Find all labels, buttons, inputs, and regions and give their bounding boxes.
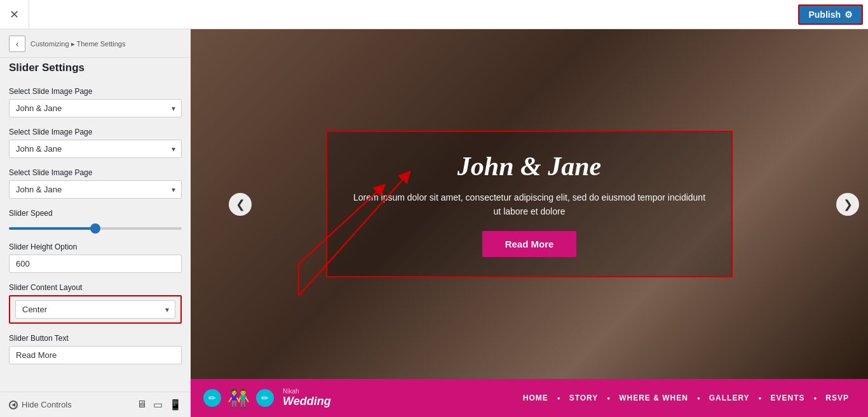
slider-speed-input[interactable] [9,227,182,230]
nav-items: HOME ● STORY ● WHERE & WHEN ● GALLERY ● … [517,391,855,405]
desktop-view-icon[interactable]: 🖥 [137,399,147,411]
field-slider-height: Slider Height Option [9,242,182,273]
brand-small: Nikah [283,388,331,395]
select-wrapper-layout: Center Left Right [15,300,175,319]
nav-brand: Nikah Wedding [283,388,331,408]
label-slider-height: Slider Height Option [9,242,182,251]
select-wrapper-2: John & Jane [9,140,182,158]
select-slide-page-1[interactable]: John & Jane [9,99,182,117]
nav-dot-2: ● [607,395,610,401]
hide-controls-icon: ◀ [9,400,18,409]
sidebar: ‹ Customizing ▸ Theme Settings Slider Se… [0,29,191,417]
sidebar-title: Slider Settings [0,58,191,81]
select-wrapper-1: John & Jane [9,99,182,117]
nav-logo: ✏ 👫 ✏ Nikah Wedding [203,388,331,409]
back-button[interactable]: ‹ [9,36,25,52]
field-slide-page-1: Select Slide Image Page John & Jane [9,87,182,117]
slider-next-button[interactable]: ❯ [836,193,859,216]
label-slide-page-3: Select Slide Image Page [9,168,182,177]
sidebar-footer: ◀ Hide Controls 🖥 ▭ 📱 [0,392,191,417]
field-slide-page-3: Select Slide Image Page John & Jane [9,168,182,199]
nav-gallery[interactable]: GALLERY [703,391,756,405]
select-slide-page-2[interactable]: John & Jane [9,140,182,158]
hero-background: ❮ John & Jane Lorem ipsum dolor sit amet… [191,29,868,379]
breadcrumb: Customizing ▸ Theme Settings [31,40,126,48]
slider-content-box: John & Jane Lorem ipsum dolor sit amet, … [326,131,733,278]
label-slide-page-2: Select Slide Image Page [9,128,182,136]
publish-button[interactable]: Publish ⚙ [798,4,863,25]
next-arrow-icon: ❯ [843,197,853,211]
field-slide-page-2: Select Slide Image Page John & Jane [9,128,182,158]
preview-area: ❮ John & Jane Lorem ipsum dolor sit amet… [191,29,868,417]
label-slider-button-text: Slider Button Text [9,334,182,343]
tablet-view-icon[interactable]: ▭ [153,399,163,411]
select-content-layout[interactable]: Center Left Right [15,300,175,319]
gear-icon: ⚙ [844,10,853,20]
select-wrapper-3: John & Jane [9,180,182,199]
nav-dot-1: ● [557,395,560,401]
mobile-view-icon[interactable]: 📱 [169,399,182,411]
read-more-button[interactable]: Read More [482,231,577,257]
field-slider-speed: Slider Speed [9,209,182,232]
slider-description: Lorem ipsum dolor sit amet, consectetur … [353,190,706,219]
sidebar-header: ‹ Customizing ▸ Theme Settings [0,29,191,58]
bottom-navbar: ✏ 👫 ✏ Nikah Wedding HOME ● STORY ● WHERE… [191,379,868,417]
slider-prev-button[interactable]: ❮ [229,193,252,216]
main-layout: ‹ Customizing ▸ Theme Settings Slider Se… [0,29,868,417]
label-slide-page-1: Select Slide Image Page [9,87,182,96]
slider-title: John & Jane [353,151,706,182]
view-icons: 🖥 ▭ 📱 [137,399,182,411]
nav-story[interactable]: STORY [563,391,605,405]
logo-edit-icon-1[interactable]: ✏ [203,389,221,407]
nav-dot-5: ● [813,395,817,401]
logo-couple-icon: 👫 [227,388,250,409]
nav-events[interactable]: EVENTS [764,391,811,405]
sidebar-content: Select Slide Image Page John & Jane Sele… [0,81,191,392]
publish-label: Publish [808,10,841,20]
nav-where-when[interactable]: WHERE & WHEN [613,391,695,405]
nav-dot-3: ● [697,395,700,401]
hide-controls-button[interactable]: ◀ Hide Controls [9,400,72,409]
label-slider-speed: Slider Speed [9,209,182,218]
close-button[interactable]: ✕ [0,0,29,29]
label-slider-content-layout: Slider Content Layout [9,283,182,292]
content-layout-highlight: Center Left Right [9,295,182,324]
nav-dot-4: ● [759,395,762,401]
hide-controls-label: Hide Controls [22,400,72,409]
nav-rsvp[interactable]: RSVP [819,391,855,405]
slider-height-input[interactable] [9,255,182,273]
slider-button-text-input[interactable] [9,346,182,364]
nav-home[interactable]: HOME [517,391,555,405]
brand-big: Wedding [283,395,331,408]
top-bar: ✕ Publish ⚙ [0,0,868,29]
select-slide-page-3[interactable]: John & Jane [9,180,182,199]
field-slider-button-text: Slider Button Text [9,334,182,364]
prev-arrow-icon: ❮ [236,197,245,211]
logo-edit-icon-2[interactable]: ✏ [256,389,274,407]
field-slider-content-layout: Slider Content Layout Center Left Right [9,283,182,324]
